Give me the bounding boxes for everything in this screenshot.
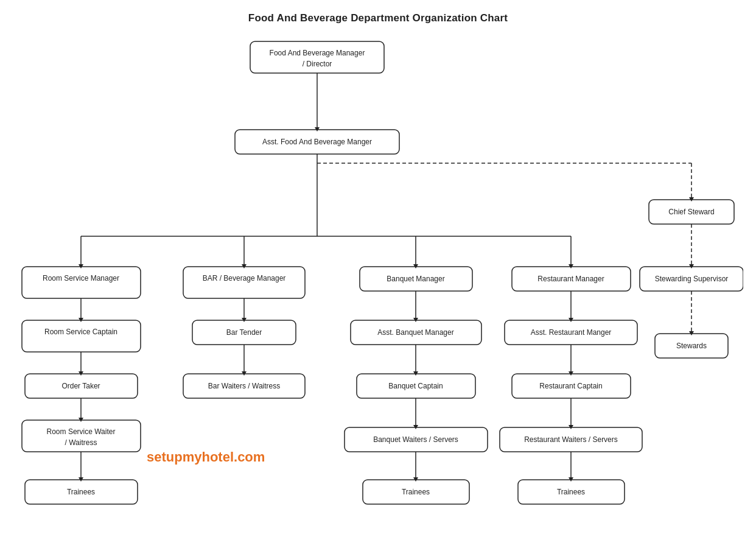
- node-asst-restaurant-mgr: Asst. Restaurant Manger: [505, 320, 637, 345]
- node-restaurant-captain: Restaurant Captain: [512, 374, 631, 398]
- label-room-service-mgr: Room Service Manager: [43, 274, 119, 283]
- label-stewarding-sup: Stewarding Supervisor: [655, 275, 729, 283]
- label-asst-restaurant-mgr: Asst. Restaurant Manger: [531, 328, 612, 337]
- node-banquet-waiters: Banquet Waiters / Servers: [345, 427, 488, 452]
- label-trainees-col4: Trainees: [557, 488, 585, 496]
- node-asst-fb: Asst. Food And Beverage Manger: [235, 130, 399, 154]
- watermark: setupmyhotel.com: [147, 449, 265, 465]
- org-chart: setupmyhotel.com Food And Beverage Manag…: [13, 35, 743, 535]
- label-room-service-capt: Room Service Captain: [44, 328, 117, 336]
- page: Food And Beverage Department Organizatio…: [0, 0, 756, 537]
- label-bar-tender: Bar Tender: [226, 328, 262, 337]
- node-restaurant-mgr: Restaurant Manager: [512, 267, 631, 291]
- label-asst-fb: Asst. Food And Beverage Manger: [262, 138, 372, 146]
- label-restaurant-captain: Restaurant Captain: [539, 382, 602, 390]
- label-fb-director2: / Director: [303, 60, 332, 68]
- node-asst-banquet-mgr: Asst. Banquet Manager: [351, 320, 481, 345]
- node-trainees-col1: Trainees: [25, 480, 138, 504]
- node-trainees-col3: Trainees: [363, 480, 469, 504]
- label-banquet-captain: Banquet Captain: [388, 382, 443, 390]
- label-chief-steward: Chief Steward: [668, 208, 714, 216]
- label-asst-banquet-mgr: Asst. Banquet Manager: [377, 328, 453, 337]
- label-room-service-waiter2: / Waitress: [65, 438, 97, 447]
- node-room-service-mgr: Room Service Manager: [22, 267, 141, 298]
- label-trainees-col3: Trainees: [402, 488, 430, 496]
- node-banquet-mgr: Banquet Manager: [360, 267, 472, 291]
- node-stewards: Stewards: [655, 334, 728, 358]
- label-banquet-waiters: Banquet Waiters / Servers: [373, 435, 458, 444]
- node-chief-steward: Chief Steward: [649, 200, 734, 224]
- node-bar-waiters: Bar Waiters / Waitress: [183, 374, 305, 398]
- node-stewarding-sup: Stewarding Supervisor: [640, 267, 743, 291]
- node-banquet-captain: Banquet Captain: [357, 374, 475, 398]
- label-trainees-col1: Trainees: [67, 488, 95, 496]
- node-trainees-col4: Trainees: [518, 480, 625, 504]
- label-bar-bev-mgr: BAR / Beverage Manager: [203, 274, 286, 283]
- label-room-service-waiter: Room Service Waiter: [47, 427, 116, 436]
- node-bar-bev-mgr: BAR / Beverage Manager: [183, 267, 305, 298]
- label-bar-waiters: Bar Waiters / Waitress: [208, 382, 280, 390]
- label-banquet-mgr: Banquet Manager: [387, 275, 444, 283]
- node-room-service-waiter: Room Service Waiter / Waitress: [22, 420, 141, 452]
- label-order-taker: Order Taker: [61, 382, 100, 390]
- node-restaurant-waiters: Restaurant Waiters / Servers: [500, 427, 642, 452]
- node-bar-tender: Bar Tender: [192, 320, 296, 345]
- label-restaurant-waiters: Restaurant Waiters / Servers: [524, 435, 618, 444]
- chart-title: Food And Beverage Department Organizatio…: [12, 12, 744, 24]
- node-room-service-capt: Room Service Captain: [22, 320, 141, 352]
- label-restaurant-mgr: Restaurant Manager: [537, 275, 604, 283]
- node-fb-director: Food And Beverage Manager / Director: [250, 41, 384, 73]
- label-stewards: Stewards: [676, 342, 707, 350]
- label-fb-director: Food And Beverage Manager: [270, 49, 365, 57]
- node-order-taker: Order Taker: [25, 374, 138, 398]
